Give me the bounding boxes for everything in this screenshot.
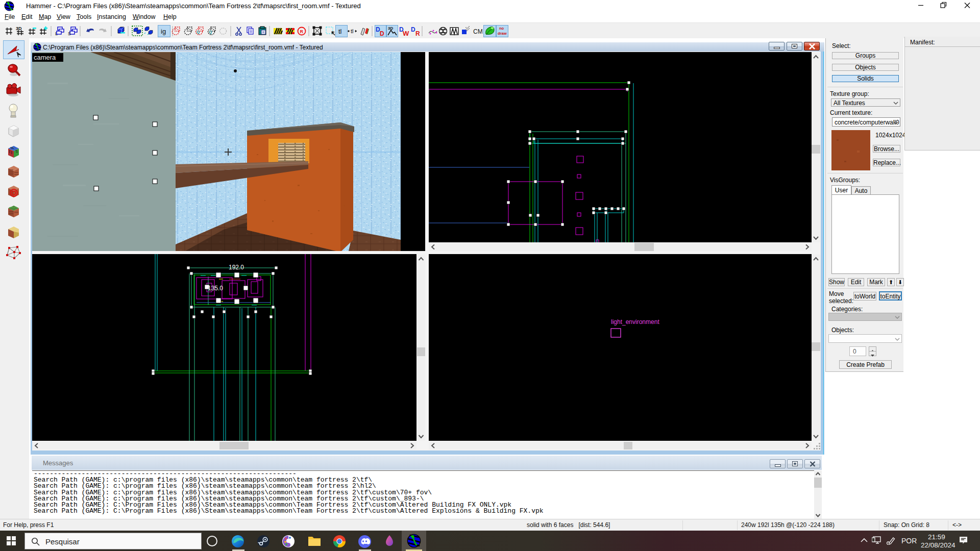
svg-text:CM: CM bbox=[473, 28, 483, 35]
svg-text:W: W bbox=[403, 30, 409, 37]
svg-text:R: R bbox=[415, 30, 420, 37]
svg-text:Q: Q bbox=[197, 30, 200, 34]
svg-text:no: no bbox=[499, 26, 504, 31]
svg-text:S: S bbox=[68, 31, 71, 36]
svg-text:Q: Q bbox=[209, 30, 212, 34]
svg-text:ig: ig bbox=[161, 28, 166, 35]
svg-text:135.0: 135.0 bbox=[208, 285, 223, 292]
svg-text:D: D bbox=[380, 30, 384, 37]
svg-text:3D: 3D bbox=[16, 26, 22, 31]
svg-text:L: L bbox=[55, 31, 58, 36]
svg-text:tl: tl bbox=[351, 28, 354, 34]
svg-text:camera: camera bbox=[34, 54, 56, 61]
svg-text:tl: tl bbox=[338, 28, 342, 35]
svg-text:light_environment: light_environment bbox=[611, 318, 659, 325]
svg-text:draw: draw bbox=[498, 31, 507, 36]
svg-text:192.0: 192.0 bbox=[229, 264, 244, 271]
svg-text:3D: 3D bbox=[388, 26, 393, 31]
svg-text:R: R bbox=[300, 29, 304, 34]
svg-text:D: D bbox=[411, 26, 415, 33]
